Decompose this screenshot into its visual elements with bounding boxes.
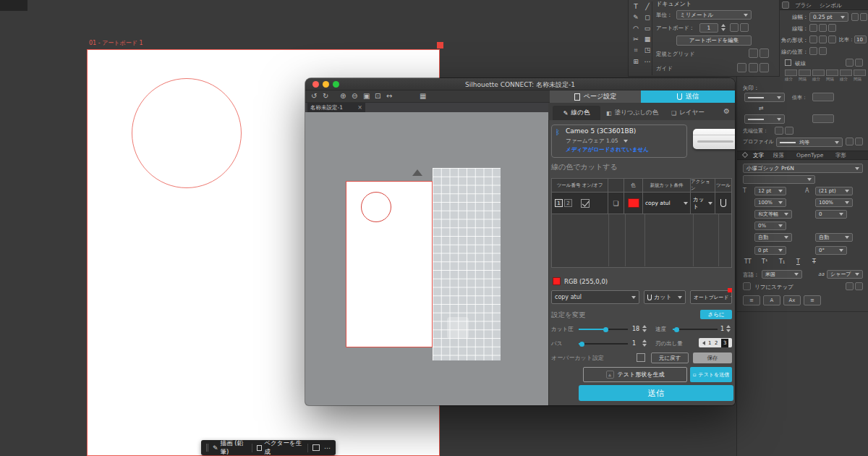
swap-arrows-icon[interactable]: ⇄ <box>759 106 764 111</box>
pressure-slider[interactable] <box>579 329 628 330</box>
image-icon[interactable] <box>312 444 320 451</box>
undo-icon[interactable]: ↺ <box>311 93 317 100</box>
tracking-select[interactable]: 0 <box>815 210 847 219</box>
vertical-scale-field[interactable]: 100% <box>754 198 786 207</box>
pressure-stepper[interactable] <box>642 325 647 332</box>
gap-field[interactable] <box>826 69 838 76</box>
dash-field[interactable] <box>840 69 852 76</box>
tool-icon[interactable]: ▦ <box>643 35 652 43</box>
tab-page-setup[interactable]: ページ設定 <box>550 90 641 103</box>
underline-icon[interactable]: T <box>796 259 800 265</box>
arrow-end-scale[interactable] <box>812 114 834 123</box>
strikethrough-icon[interactable]: T <box>812 259 816 265</box>
passes-slider[interactable] <box>579 343 628 345</box>
zoom-actual-icon[interactable]: ▣ <box>363 93 370 100</box>
corner-miter-icon[interactable] <box>809 35 817 43</box>
cell-action[interactable]: カット <box>691 193 715 214</box>
ruler-toggle-icon[interactable] <box>749 48 758 58</box>
font-family-select[interactable]: 小塚ゴシック Pr6N <box>743 164 863 173</box>
drag-handle-icon[interactable] <box>206 444 208 452</box>
gap-field[interactable] <box>799 69 811 76</box>
passes-stepper[interactable] <box>642 339 647 347</box>
artboard-option-icon[interactable] <box>740 23 749 32</box>
tab-glyphs[interactable]: 字形 <box>835 153 846 159</box>
dash-option-icon[interactable] <box>846 59 854 67</box>
baseline-shift-field[interactable]: 0 pt <box>754 246 786 255</box>
allcaps-icon[interactable]: TT <box>744 259 752 265</box>
page-preview[interactable] <box>346 181 433 347</box>
superscript-icon[interactable]: T¹ <box>762 259 767 265</box>
tool-icon[interactable]: ◻ <box>643 14 652 21</box>
arrow-end-select[interactable] <box>744 114 785 124</box>
tool2-button[interactable]: 2 <box>564 199 572 207</box>
tool-icon[interactable]: ◠ <box>631 25 640 32</box>
pressure-knob[interactable] <box>603 327 608 332</box>
artboard-count-stepper[interactable] <box>721 24 726 31</box>
dial-left-caret[interactable] <box>702 341 705 345</box>
generate-test-shape-button[interactable]: ▵ テスト形状を生成 <box>583 367 687 382</box>
cut-table-row[interactable]: 1 2 ❏ copy atul カット <box>551 193 732 214</box>
close-doc-icon[interactable]: × <box>357 104 362 111</box>
send-button[interactable]: 送信 <box>579 385 733 401</box>
speed-stepper[interactable] <box>726 325 731 332</box>
zoom-fit-icon[interactable]: ⊡ <box>375 93 380 100</box>
tool-icon[interactable]: ╱ <box>643 3 652 10</box>
more-options-icon[interactable]: ⋯ <box>324 444 331 452</box>
dashed-checkbox[interactable] <box>785 59 791 66</box>
stroke-option-icon[interactable] <box>860 13 867 21</box>
speed-slider[interactable] <box>673 329 718 330</box>
tab-paragraph[interactable]: 段落 <box>773 153 784 159</box>
aki-right-select[interactable]: 自動 <box>815 233 853 242</box>
unit-select[interactable]: ミリメートル <box>676 10 752 20</box>
tab-symbol[interactable]: シンボル <box>820 3 842 9</box>
snap-option-icon[interactable] <box>855 282 863 290</box>
arrow-start-select[interactable] <box>744 93 785 102</box>
tip-option-icon[interactable] <box>785 127 793 135</box>
reset-button[interactable]: 元に戻す <box>651 352 689 363</box>
arrow-start-scale[interactable] <box>812 93 834 101</box>
artboard-option-icon[interactable] <box>730 23 739 32</box>
generate-vector-button[interactable]: ベクターを生成 <box>257 439 303 456</box>
snap-option-icon[interactable] <box>846 282 854 290</box>
stroke-option-icon[interactable] <box>851 13 859 21</box>
doc-tab[interactable]: 名称未設定-1 × <box>307 103 365 112</box>
char-rotation-field[interactable]: 0° <box>815 246 847 255</box>
more-button[interactable]: さらに <box>700 310 732 319</box>
pan-icon[interactable]: ↔ <box>386 93 392 100</box>
font-style-select[interactable] <box>743 175 815 184</box>
row-enabled-checkbox[interactable] <box>581 199 590 208</box>
ratio-value[interactable]: 10 <box>854 35 867 43</box>
dash-field[interactable] <box>812 69 825 76</box>
save-button[interactable]: 保存 <box>693 352 732 363</box>
overcut-checkbox[interactable] <box>637 353 645 362</box>
gap-field[interactable] <box>854 69 866 76</box>
subscript-icon[interactable]: T₁ <box>779 259 785 265</box>
antialias-select[interactable]: シャープ <box>827 270 863 279</box>
glyph-option-icon[interactable]: ≡ <box>743 295 760 305</box>
glyph-option-icon[interactable]: Ax <box>783 295 801 305</box>
tab-character[interactable]: 文字 <box>753 153 764 159</box>
zoom-out-icon[interactable]: ⊖ <box>352 93 357 100</box>
tool1-button[interactable]: 1 <box>555 199 563 207</box>
tool-icon[interactable]: T <box>631 3 640 10</box>
font-size-select[interactable]: 12 pt <box>754 187 786 195</box>
snap-glyph-icon[interactable] <box>743 282 751 290</box>
kerning-select[interactable]: 和文等幅 <box>754 210 792 219</box>
grid-view-icon[interactable]: ▦ <box>420 93 426 100</box>
cell-color[interactable] <box>624 193 643 214</box>
horizontal-scale-field[interactable]: 100% <box>815 198 853 207</box>
firmware-row[interactable]: ファームウェア 1.05 <box>566 138 628 145</box>
cell-tool[interactable] <box>715 193 731 214</box>
tab-send[interactable]: 送信 <box>641 90 735 103</box>
send-test-button[interactable]: ▫ テストを送信 <box>690 367 732 382</box>
tab-line-color[interactable]: ✎線の色 <box>553 106 600 120</box>
zoom-in-icon[interactable]: ⊕ <box>340 93 346 100</box>
artboard-count-field[interactable]: 1 <box>699 23 718 33</box>
dash-field[interactable] <box>785 69 797 76</box>
tab-fill-color[interactable]: ◧ 塗りつぶしの色 <box>606 109 658 117</box>
artwork-circle[interactable] <box>132 78 242 188</box>
passes-knob[interactable] <box>579 342 584 347</box>
tool-select[interactable]: オートブレード <box>690 290 732 304</box>
tab-opentype[interactable]: OpenType <box>796 153 823 159</box>
glyph-option-icon[interactable]: ≡ <box>804 295 821 305</box>
